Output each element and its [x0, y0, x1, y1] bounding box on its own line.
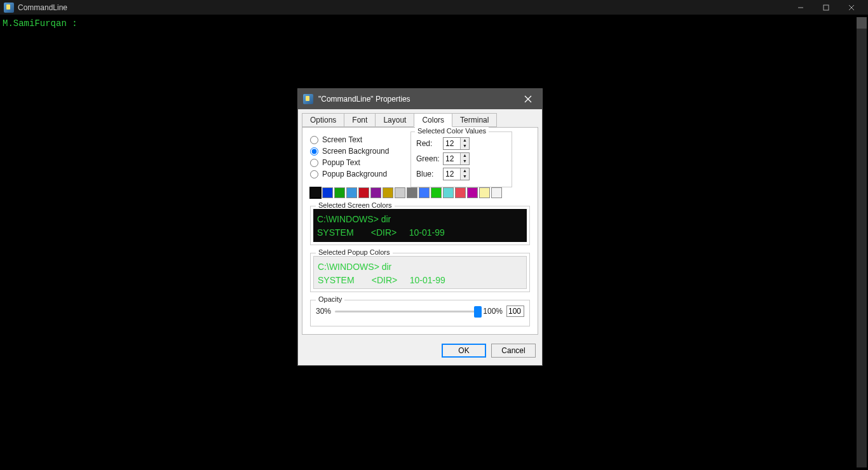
opacity-min-label: 30% [316, 307, 331, 316]
main-titlebar: CommandLine [0, 0, 868, 15]
palette-swatch-9[interactable] [419, 187, 430, 198]
color-values-legend: Selected Color Values [415, 127, 489, 135]
blue-spinner[interactable]: ▲▼ [443, 168, 470, 180]
tab-font[interactable]: Font [344, 113, 376, 127]
radio-screen-text-input[interactable] [310, 136, 318, 144]
palette-swatch-2[interactable] [334, 187, 345, 198]
opacity-legend: Opacity [316, 295, 344, 303]
palette-swatch-15[interactable] [491, 187, 502, 198]
screen-preview-legend: Selected Screen Colors [316, 201, 395, 209]
app-title: CommandLine [18, 3, 67, 12]
palette-swatch-5[interactable] [370, 187, 381, 198]
blue-spin-buttons[interactable]: ▲▼ [460, 168, 469, 180]
radio-popup-background[interactable]: Popup Background [310, 170, 405, 178]
cancel-button[interactable]: Cancel [491, 344, 536, 358]
radio-screen-background-label: Screen Background [322, 147, 389, 156]
palette-swatch-3[interactable] [346, 187, 357, 198]
dialog-close-button[interactable] [519, 90, 537, 108]
green-spin-buttons[interactable]: ▲▼ [460, 153, 469, 164]
palette-swatch-10[interactable] [431, 187, 442, 198]
tab-terminal[interactable]: Terminal [452, 113, 497, 127]
red-input[interactable] [444, 138, 460, 149]
radio-screen-background-input[interactable] [310, 147, 318, 156]
radio-popup-text[interactable]: Popup Text [310, 158, 405, 167]
selected-color-values-group: Selected Color Values Red: ▲▼ Green: ▲▼ … [410, 131, 512, 187]
popup-preview-box: C:\WINDOWS> dir SYSTEM <DIR> 10-01-99 [313, 256, 527, 289]
popup-preview-legend: Selected Popup Colors [316, 248, 393, 256]
palette-swatch-11[interactable] [443, 187, 454, 198]
palette-swatch-13[interactable] [467, 187, 478, 198]
popup-colors-preview-group: Selected Popup Colors C:\WINDOWS> dir SY… [310, 253, 530, 292]
radio-popup-text-input[interactable] [310, 159, 318, 167]
opacity-group: Opacity 30% 100% [310, 300, 530, 326]
terminal-prompt: M.SamiFurqan : [0, 15, 868, 32]
close-button[interactable] [839, 0, 864, 15]
ok-button[interactable]: OK [442, 344, 486, 358]
radio-popup-background-label: Popup Background [322, 170, 387, 178]
opacity-slider[interactable] [335, 311, 479, 312]
palette-swatch-0[interactable] [310, 187, 321, 198]
dialog-titlebar[interactable]: "CommandLine" Properties [298, 89, 542, 109]
palette-swatch-8[interactable] [407, 187, 417, 198]
palette-swatch-4[interactable] [358, 187, 369, 198]
dialog-tabs: Options Font Layout Colors Terminal [298, 109, 542, 127]
opacity-slider-thumb[interactable] [474, 306, 482, 318]
dialog-title: "CommandLine" Properties [318, 95, 410, 104]
palette-swatch-7[interactable] [395, 187, 405, 198]
tab-layout[interactable]: Layout [375, 113, 414, 127]
color-palette [310, 187, 530, 198]
blue-input[interactable] [444, 168, 460, 180]
green-input[interactable] [444, 153, 460, 164]
palette-swatch-6[interactable] [383, 187, 393, 198]
scrollbar-track[interactable] [857, 17, 867, 467]
maximize-button[interactable] [813, 0, 839, 15]
app-icon [4, 3, 14, 13]
opacity-max-label: 100% [483, 307, 503, 316]
blue-label: Blue: [416, 170, 443, 178]
scrollbar-thumb[interactable] [857, 17, 867, 29]
green-spinner[interactable]: ▲▼ [443, 152, 470, 165]
radio-popup-text-label: Popup Text [322, 158, 360, 167]
green-label: Green: [416, 154, 443, 163]
red-label: Red: [416, 139, 443, 148]
palette-swatch-12[interactable] [455, 187, 466, 198]
radio-screen-text[interactable]: Screen Text [310, 135, 405, 144]
tab-colors[interactable]: Colors [414, 113, 452, 127]
properties-dialog: "CommandLine" Properties Options Font La… [297, 88, 543, 366]
red-spin-buttons[interactable]: ▲▼ [460, 138, 469, 149]
tab-options[interactable]: Options [302, 113, 344, 127]
radio-screen-text-label: Screen Text [322, 135, 362, 144]
color-target-radios: Screen Text Screen Background Popup Text… [310, 135, 405, 178]
screen-colors-preview-group: Selected Screen Colors C:\WINDOWS> dir S… [310, 206, 530, 245]
radio-popup-background-input[interactable] [310, 170, 318, 178]
colors-tab-body: Screen Text Screen Background Popup Text… [302, 127, 538, 335]
radio-screen-background[interactable]: Screen Background [310, 147, 405, 156]
svg-rect-1 [824, 5, 829, 10]
palette-swatch-14[interactable] [479, 187, 490, 198]
red-spinner[interactable]: ▲▼ [443, 137, 470, 150]
dialog-button-row: OK Cancel [298, 339, 542, 365]
palette-swatch-1[interactable] [322, 187, 333, 198]
dialog-app-icon [303, 94, 313, 104]
screen-preview-box: C:\WINDOWS> dir SYSTEM <DIR> 10-01-99 [313, 209, 527, 242]
opacity-value-input[interactable] [506, 306, 524, 317]
minimize-button[interactable] [788, 0, 813, 15]
